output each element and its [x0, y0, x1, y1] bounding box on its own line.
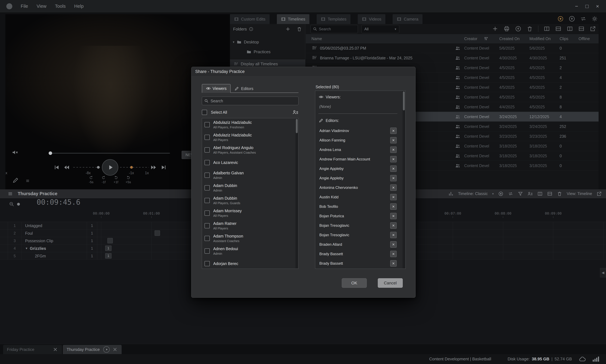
person-row[interactable]: Abel Rodriguez Angulo All Players, Assis…: [202, 143, 298, 156]
person-row[interactable]: Adam Dubbin Admin: [202, 182, 298, 194]
remove-editor-button[interactable]: [390, 175, 397, 181]
step-button[interactable]: -5s: [89, 175, 93, 184]
draw-tool-icon[interactable]: [12, 177, 19, 183]
step-button[interactable]: +1f: [114, 175, 118, 184]
jog-marker-active[interactable]: [130, 166, 133, 169]
zoom-control[interactable]: [9, 201, 20, 207]
swap-icon[interactable]: [508, 191, 513, 196]
sort-filter-controls[interactable]: ↑: [484, 34, 488, 43]
view-mode-label[interactable]: View: Timeline: [567, 191, 592, 196]
row-label[interactable]: Foul: [22, 229, 87, 237]
delete-icon[interactable]: [527, 26, 533, 32]
person-row[interactable]: Adnen Bedoui Admin: [202, 245, 298, 257]
zoom-slider-handle[interactable]: [17, 203, 20, 206]
person-row[interactable]: Adam Dubbin All Players, Guards: [202, 194, 298, 207]
row-label[interactable]: Possession Clip: [22, 237, 87, 245]
layout-split-vertical-icon[interactable]: [544, 26, 550, 32]
main-tab[interactable]: Custom Edits: [230, 14, 270, 24]
ok-button[interactable]: OK: [342, 278, 367, 288]
person-row[interactable]: Adam Thompson Assistant Coaches: [202, 232, 298, 245]
fast-forward-button[interactable]: [150, 164, 157, 170]
share-users-icon[interactable]: [528, 191, 533, 196]
stats-chart-icon[interactable]: [448, 191, 454, 196]
row-label[interactable]: Untagged: [22, 222, 87, 229]
column-modified-on[interactable]: Modified On: [529, 34, 551, 43]
clip-block[interactable]: [107, 238, 113, 243]
remove-editor-button[interactable]: [390, 222, 397, 229]
delete-folder-icon[interactable]: [297, 26, 302, 32]
person-row[interactable]: Adorjan Berec: [202, 257, 298, 269]
record-icon[interactable]: [557, 15, 564, 22]
table-row[interactable]: Brianna Turnage - LSU@FloridaState - Mar…: [306, 53, 599, 63]
column-created-on[interactable]: Created On: [499, 34, 520, 43]
tab-editors[interactable]: Editors: [231, 85, 257, 92]
table-row[interactable]: 05/06/2025@03.25.07 PM Content Devel 5/6…: [306, 43, 599, 53]
add-timeline-icon[interactable]: [492, 26, 498, 32]
person-row[interactable]: Abdulaziz Hadziabulic All Players: [202, 131, 298, 143]
dialog-search[interactable]: [202, 97, 298, 105]
cancel-button[interactable]: Cancel: [378, 278, 403, 288]
mute-icon[interactable]: [11, 149, 19, 156]
timeline-style-label[interactable]: Timeline: Classic: [458, 191, 488, 196]
remove-editor-button[interactable]: [390, 146, 397, 153]
timeline-tab[interactable]: Thursday Practice: [63, 345, 122, 354]
person-checkbox[interactable]: [205, 248, 210, 254]
clip-block[interactable]: 1: [105, 246, 112, 251]
column-creator[interactable]: Creator: [464, 34, 477, 43]
settings-gear-icon[interactable]: [591, 15, 598, 22]
person-row[interactable]: Adalberto Galvan Admin: [202, 169, 298, 182]
folder-item-practices[interactable]: Practices: [230, 47, 305, 56]
close-icon[interactable]: ×: [596, 3, 599, 9]
remove-editor-button[interactable]: [390, 194, 397, 200]
person-checkbox[interactable]: [205, 147, 210, 153]
jog-track-left[interactable]: [73, 167, 101, 168]
layout-columns-icon[interactable]: [567, 26, 573, 32]
main-tab[interactable]: Camera: [393, 14, 422, 24]
remove-editor-button[interactable]: [390, 232, 397, 238]
remove-editor-button[interactable]: [390, 213, 397, 219]
rewind-button[interactable]: [64, 164, 70, 170]
clip-block[interactable]: 1: [105, 253, 112, 259]
person-checkbox[interactable]: [205, 223, 210, 228]
folder-item-desktop[interactable]: ▾ Desktop: [230, 38, 305, 46]
search-input[interactable]: [319, 27, 356, 31]
split-view-icon[interactable]: [537, 191, 543, 196]
person-checkbox[interactable]: [205, 198, 210, 203]
zoom-out-icon[interactable]: [9, 201, 14, 207]
delete-row-icon[interactable]: [557, 191, 562, 196]
import-icon[interactable]: [568, 15, 575, 22]
close-tab-icon[interactable]: [112, 347, 118, 352]
column-clips[interactable]: Clips: [560, 34, 568, 43]
expand-caret-icon[interactable]: ▾: [233, 40, 234, 44]
filter-dropdown[interactable]: All ▾: [361, 25, 399, 33]
person-row[interactable]: Abdulaziz Hadziabulic All Players, Fresh…: [202, 118, 298, 131]
cloud-sync-icon[interactable]: [579, 356, 586, 363]
dialog-titlebar[interactable]: Share - Thursday Practice: [192, 67, 415, 77]
main-tab[interactable]: Timelines: [277, 14, 309, 24]
jog-track-right[interactable]: [120, 167, 149, 168]
skip-start-button[interactable]: [53, 164, 60, 170]
person-checkbox[interactable]: [205, 160, 210, 165]
person-checkbox[interactable]: [205, 236, 210, 241]
remove-editor-button[interactable]: [390, 241, 397, 248]
hamburger-menu-icon[interactable]: [8, 191, 13, 196]
maximize-icon[interactable]: □: [585, 3, 589, 9]
person-checkbox[interactable]: [205, 173, 210, 178]
clip-block[interactable]: [155, 230, 160, 236]
main-tab[interactable]: Templates: [317, 14, 351, 24]
step-button[interactable]: +5s: [126, 175, 131, 184]
person-checkbox[interactable]: [205, 135, 210, 140]
column-name[interactable]: Name: [311, 34, 322, 43]
sync-icon[interactable]: [580, 15, 587, 22]
remove-editor-button[interactable]: [390, 203, 397, 210]
edit-external-icon[interactable]: [596, 191, 602, 196]
play-tab-icon[interactable]: [103, 346, 110, 353]
collapse-panel-arrow[interactable]: ◀: [600, 268, 606, 277]
main-tab[interactable]: Videos: [358, 14, 385, 24]
remove-editor-button[interactable]: [390, 251, 397, 257]
layout-split-horizontal-icon[interactable]: [555, 26, 561, 32]
filter-icon[interactable]: [518, 191, 523, 196]
remove-editor-button[interactable]: [390, 156, 397, 162]
info-icon[interactable]: [249, 27, 254, 31]
draw-options-icon[interactable]: [26, 179, 30, 183]
